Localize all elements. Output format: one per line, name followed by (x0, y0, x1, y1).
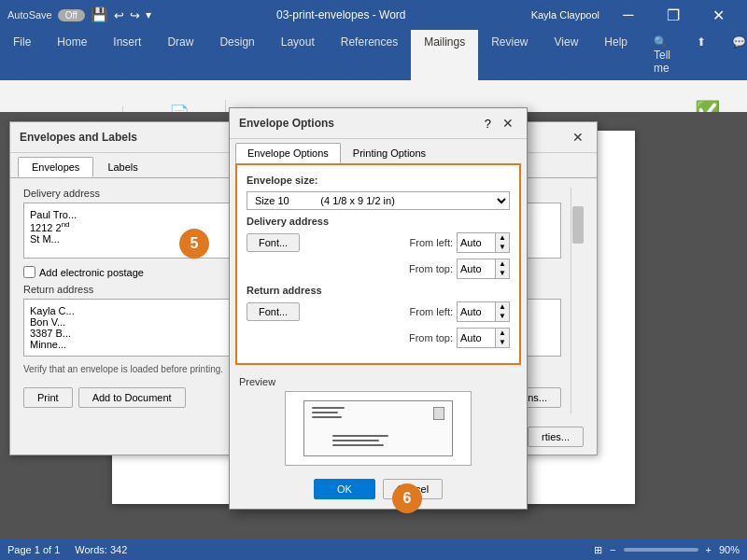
return-from-left-spinbox-btns: ▲ ▼ (495, 302, 509, 321)
autosave-toggle[interactable]: Off (58, 9, 85, 21)
delivery-address-section-label: Delivery address (247, 216, 510, 227)
return-from-top-input[interactable] (458, 331, 495, 344)
share-icon[interactable]: ⬆ (684, 30, 719, 80)
return-font-button[interactable]: Font... (247, 302, 300, 321)
delivery-from-top-spinbox[interactable]: ▲ ▼ (457, 259, 510, 279)
opts-titlebar-controls: ? ✕ (485, 114, 517, 133)
tab-mailings[interactable]: Mailings (411, 30, 478, 80)
properties-button[interactable]: rties... (528, 427, 584, 447)
env-scrollbar-thumb[interactable] (572, 206, 584, 244)
return-from-top-spinbox[interactable]: ▲ ▼ (457, 328, 510, 348)
return-from-top-spinbox-btns: ▲ ▼ (495, 329, 509, 347)
tab-view[interactable]: View (542, 30, 592, 80)
window-title: 03-print-envelopes - Word (151, 8, 531, 21)
minimize-button[interactable]: ─ (607, 0, 650, 30)
comments-icon[interactable]: 💬 (719, 30, 747, 80)
envelope-size-row: Size 10 (4 1/8 x 9 1/2 in) (247, 191, 510, 210)
tab-file[interactable]: File (0, 30, 44, 80)
env-scrollbar-track[interactable] (571, 188, 584, 413)
delivery-from-left-label: From left: (388, 237, 453, 248)
user-name: Kayla Claypool (531, 9, 599, 21)
return-from-left-up[interactable]: ▲ (496, 302, 509, 312)
ribbon-tabs: File Home Insert Draw Design Layout Refe… (0, 30, 747, 80)
title-bar-left: AutoSave Off 💾 ↩ ↪ ▾ (7, 7, 151, 23)
opts-dialog-close-button[interactable]: ✕ (499, 114, 517, 133)
return-from-left-input[interactable] (458, 305, 495, 318)
tab-search[interactable]: 🔍 Tell me (641, 30, 684, 80)
step-6-badge: 6 (392, 483, 422, 513)
tab-home[interactable]: Home (44, 30, 100, 80)
zoom-out-icon[interactable]: − (610, 544, 615, 555)
restore-button[interactable]: ❐ (652, 0, 695, 30)
delivery-from-left-input[interactable] (458, 236, 495, 249)
zoom-percent: 90% (719, 544, 740, 555)
delivery-from-left-spinbox-btns: ▲ ▼ (495, 233, 509, 252)
zoom-level-icon[interactable]: ⊞ (594, 544, 602, 556)
opts-tab-envelope-options[interactable]: Envelope Options (235, 143, 341, 163)
preview-delivery-line-1 (332, 435, 388, 437)
delivery-from-top-up[interactable]: ▲ (496, 259, 509, 269)
envelope-size-label: Envelope size: (247, 175, 510, 186)
tab-design[interactable]: Design (206, 30, 267, 80)
return-from-left-spinbox[interactable]: ▲ ▼ (457, 301, 510, 322)
preview-return-address (312, 407, 359, 418)
step-5-badge: 5 (179, 229, 209, 259)
preview-label: Preview (239, 376, 517, 387)
opts-ok-button[interactable]: OK (314, 479, 375, 499)
preview-delivery-line-3 (332, 444, 384, 446)
delivery-from-top-input[interactable] (458, 262, 495, 275)
return-from-left-down[interactable]: ▼ (496, 312, 509, 321)
preview-section: Preview (230, 372, 527, 473)
undo-icon[interactable]: ↩ (114, 8, 124, 22)
add-electronic-postage-label: Add electronic postage (39, 267, 144, 278)
env-scrollbar (571, 188, 584, 413)
opts-tab-printing-options[interactable]: Printing Options (341, 143, 438, 163)
delivery-font-button[interactable]: Font... (247, 233, 300, 252)
zoom-slider[interactable] (624, 548, 698, 552)
env-dialog-close-button[interactable]: ✕ (569, 128, 587, 147)
opts-help-button[interactable]: ? (485, 117, 491, 131)
add-electronic-postage-checkbox[interactable] (23, 266, 35, 278)
delivery-from-left-spinbox[interactable]: ▲ ▼ (457, 232, 510, 253)
return-from-top-up[interactable]: ▲ (496, 329, 509, 338)
return-font-row: Font... From left: ▲ ▼ (247, 301, 510, 322)
preview-return-line-2 (312, 412, 338, 413)
redo-icon[interactable]: ↪ (130, 8, 140, 22)
preview-box (285, 391, 472, 466)
delivery-from-left-down[interactable]: ▼ (496, 243, 509, 252)
add-to-doc-button[interactable]: Add to Document (78, 387, 186, 408)
tab-help[interactable]: Help (591, 30, 641, 80)
envelope-options-dialog: Envelope Options ? ✕ Envelope Options Pr… (229, 107, 528, 510)
status-bar-right: ⊞ − + 90% (594, 544, 740, 556)
tab-draw[interactable]: Draw (154, 30, 206, 80)
opts-dialog-body: Envelope size: Size 10 (4 1/8 x 9 1/2 in… (235, 163, 521, 365)
save-icon[interactable]: 💾 (91, 7, 108, 23)
tab-insert[interactable]: Insert (100, 30, 154, 80)
delivery-from-left-up[interactable]: ▲ (496, 233, 509, 243)
env-dialog-title: Envelopes and Labels (20, 131, 137, 144)
envelope-size-select[interactable]: Size 10 (4 1/8 x 9 1/2 in) (247, 191, 510, 210)
zoom-in-icon[interactable]: + (706, 544, 712, 555)
print-button[interactable]: Print (23, 387, 73, 408)
tab-layout[interactable]: Layout (268, 30, 328, 80)
delivery-from-top-down[interactable]: ▼ (496, 269, 509, 278)
preview-return-lines (312, 407, 359, 418)
delivery-from-top-spinbox-btns: ▲ ▼ (495, 259, 509, 278)
env-tab-labels[interactable]: Labels (93, 157, 151, 177)
return-from-top-row: From top: ▲ ▼ (247, 328, 510, 348)
page-info: Page 1 of 1 (7, 544, 60, 555)
preview-return-line-1 (312, 407, 345, 409)
opts-dialog-titlebar: Envelope Options ? ✕ (230, 108, 527, 139)
tab-review[interactable]: Review (478, 30, 541, 80)
title-bar: AutoSave Off 💾 ↩ ↪ ▾ 03-print-envelopes … (0, 0, 747, 30)
return-from-top-down[interactable]: ▼ (496, 338, 509, 347)
preview-delivery-address (332, 435, 388, 446)
window-controls: ─ ❐ ✕ (607, 0, 740, 30)
close-button[interactable]: ✕ (697, 0, 740, 30)
opts-dialog-tabs: Envelope Options Printing Options (230, 139, 527, 163)
return-address-section-label: Return address (247, 285, 510, 296)
preview-envelope (303, 400, 453, 456)
env-tab-envelopes[interactable]: Envelopes (18, 157, 93, 177)
tab-references[interactable]: References (328, 30, 411, 80)
delivery-from-top-label: From top: (388, 263, 453, 274)
